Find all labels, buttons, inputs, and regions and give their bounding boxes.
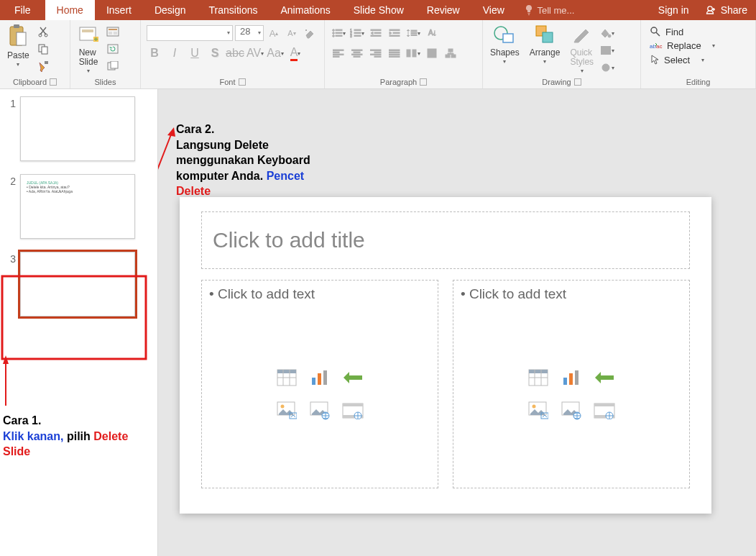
insert-chart-icon[interactable] [557, 363, 586, 392]
slide-canvas-area[interactable]: Cara 2. Langsung Delete menggunakan Keyb… [158, 89, 756, 556]
share-button[interactable]: Share [696, 0, 756, 20]
shadow-button[interactable]: S [207, 45, 223, 61]
changecase-button[interactable]: Aa▾ [267, 45, 283, 61]
content-placeholder-right[interactable]: • Click to add text [453, 280, 690, 488]
bold-button[interactable]: B [147, 45, 162, 61]
columns-button[interactable]: ▾ [405, 45, 421, 61]
svg-rect-57 [407, 50, 410, 57]
align-center-button[interactable] [349, 45, 365, 61]
svg-rect-35 [393, 32, 400, 34]
insert-smartart-icon[interactable] [590, 363, 619, 392]
tab-review[interactable]: Review [415, 0, 471, 20]
align-text-button[interactable] [424, 45, 440, 61]
align-center-icon [351, 49, 363, 58]
reset-button[interactable] [105, 41, 121, 57]
svg-rect-14 [109, 32, 112, 35]
svg-rect-61 [429, 54, 435, 55]
find-button[interactable]: Find [648, 25, 685, 38]
new-slide-button[interactable]: New Slide▾ [73, 22, 103, 76]
svg-rect-18 [111, 61, 118, 68]
thumb-preview[interactable] [20, 96, 135, 161]
launcher-icon[interactable] [50, 78, 57, 86]
tab-transitions[interactable]: Transitions [198, 0, 269, 20]
shapes-button[interactable]: Shapes▾ [486, 22, 524, 67]
svg-rect-55 [389, 54, 400, 55]
thumb-2[interactable]: 2 JUDUL (APA SAJA) • Delele kita. Artiny… [4, 174, 153, 239]
bulb-icon [523, 4, 535, 16]
paste-button[interactable]: Paste ▾ [3, 22, 34, 70]
insert-picture-icon[interactable] [272, 396, 301, 425]
underline-button[interactable]: U [187, 45, 203, 61]
title-placeholder[interactable]: Click to add title [201, 211, 690, 269]
find-icon [650, 26, 661, 37]
insert-table-icon[interactable] [272, 363, 301, 392]
tab-animations[interactable]: Animations [269, 0, 341, 20]
format-painter-button[interactable] [35, 58, 51, 74]
insert-video-icon[interactable] [590, 396, 619, 425]
font-size-combo[interactable]: 28▾ [235, 25, 264, 41]
launcher-icon[interactable] [574, 78, 581, 86]
sign-in[interactable]: Sign in [651, 0, 696, 20]
insert-online-picture-icon[interactable] [305, 396, 334, 425]
insert-video-icon[interactable] [338, 396, 367, 425]
replace-button[interactable]: abac Replace ▾ [648, 40, 716, 52]
arrange-button[interactable]: Arrange▾ [525, 22, 565, 67]
svg-rect-87 [318, 373, 321, 385]
svg-rect-32 [374, 32, 381, 34]
select-button[interactable]: Select ▾ [648, 53, 706, 66]
slide-editor[interactable]: Click to add title • Click to add text •… [180, 197, 711, 514]
svg-rect-44 [333, 56, 339, 58]
thumb-preview-selected[interactable] [20, 252, 135, 316]
increase-indent-button[interactable] [387, 25, 402, 41]
thumb-3[interactable]: 3 [4, 252, 153, 316]
smartart-button[interactable] [443, 45, 458, 61]
bullets-button[interactable]: ▾ [331, 25, 346, 41]
insert-online-picture-icon[interactable] [557, 396, 586, 425]
section-button[interactable] [105, 58, 121, 74]
text-direction-button[interactable]: A [424, 25, 440, 41]
insert-picture-icon[interactable] [524, 396, 553, 425]
font-name-combo[interactable]: ▾ [147, 25, 233, 41]
numbering-button[interactable]: 123▾ [349, 25, 365, 41]
align-right-button[interactable] [368, 45, 384, 61]
select-label: Select [664, 55, 690, 65]
tell-me[interactable]: Tell me... [516, 0, 575, 20]
group-drawing-label: Drawing [542, 78, 571, 86]
insert-smartart-icon[interactable] [338, 363, 367, 392]
clear-format-button[interactable] [302, 25, 318, 41]
tab-home[interactable]: Home [45, 0, 95, 20]
tab-insert[interactable]: Insert [95, 0, 143, 20]
insert-chart-icon[interactable] [305, 363, 334, 392]
launcher-icon[interactable] [239, 78, 246, 86]
thumb-1[interactable]: 1 [4, 96, 153, 161]
italic-button[interactable]: I [167, 45, 183, 61]
shrink-font-button[interactable]: A▾ [284, 25, 300, 41]
tab-design[interactable]: Design [143, 0, 198, 20]
slide-thumbnails-pane[interactable]: 1 2 JUDUL (APA SAJA) • Delele kita. Arti… [0, 89, 158, 556]
shape-outline-button[interactable]: ▾ [599, 42, 615, 58]
layout-button[interactable] [105, 24, 121, 40]
shape-effects-button[interactable]: ▾ [599, 60, 615, 76]
insert-table-icon[interactable] [524, 363, 553, 392]
decrease-indent-button[interactable] [368, 25, 384, 41]
content-placeholder-left[interactable]: • Click to add text [201, 280, 438, 488]
line-spacing-button[interactable]: ▾ [405, 25, 421, 41]
tab-view[interactable]: View [471, 0, 516, 20]
cut-button[interactable] [35, 24, 51, 40]
strike-button[interactable]: abc [227, 45, 243, 61]
shape-fill-button[interactable]: ▾ [599, 25, 615, 41]
align-left-button[interactable] [331, 45, 346, 61]
tab-file[interactable]: File [0, 0, 45, 20]
launcher-icon[interactable] [420, 78, 427, 86]
justify-button[interactable] [387, 45, 402, 61]
quick-styles-button[interactable]: Quick Styles▾ [566, 22, 598, 76]
align-text-icon [427, 48, 437, 58]
font-color-button[interactable]: A▾ [287, 45, 303, 61]
grow-font-button[interactable]: A▴ [266, 25, 282, 41]
group-editing-label: Editing [686, 78, 711, 86]
thumb-preview[interactable]: JUDUL (APA SAJA) • Delele kita. Artinya,… [20, 174, 135, 239]
spacing-button[interactable]: A͏V▾ [247, 45, 263, 61]
copy-button[interactable] [35, 41, 51, 57]
svg-rect-86 [312, 378, 315, 385]
tab-slideshow[interactable]: Slide Show [342, 0, 415, 20]
